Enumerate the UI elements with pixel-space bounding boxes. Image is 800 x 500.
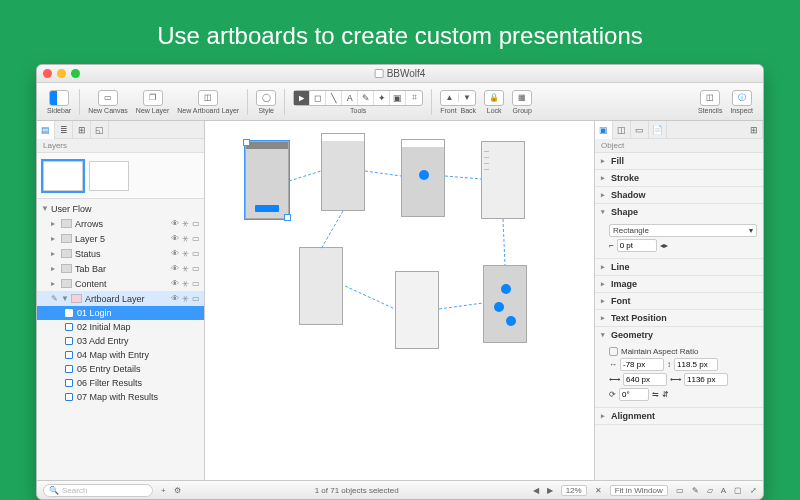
artboard-initial-map[interactable]	[321, 133, 365, 211]
style-button[interactable]: ◯ Style	[252, 90, 280, 114]
close-icon[interactable]	[43, 69, 52, 78]
artboard-item[interactable]: 03 Add Entry	[37, 334, 204, 348]
document-tab-icon[interactable]: 📄	[649, 121, 667, 139]
zoom-value[interactable]: 12%	[561, 485, 587, 496]
layer-row[interactable]: ▸Tab Bar👁⚹▭	[37, 261, 204, 276]
selection-tab-icon[interactable]: ◱	[91, 121, 109, 139]
shape-section[interactable]: ▾Shape	[595, 204, 763, 220]
fill-section[interactable]: ▸Fill	[595, 153, 763, 169]
h-icon: ⟷	[670, 375, 681, 384]
line-tool-icon[interactable]: ╲	[326, 91, 342, 105]
w-icon: ⟷	[609, 375, 620, 384]
artboard-filter-results[interactable]	[395, 271, 439, 349]
canvas[interactable]: ————	[205, 121, 595, 480]
stencils-button[interactable]: ◫ Stencils	[694, 90, 727, 114]
artboard-login[interactable]	[245, 141, 289, 219]
corner-radius-input[interactable]	[617, 239, 657, 252]
artboard-item[interactable]: 05 Entry Details	[37, 362, 204, 376]
layer-row[interactable]: ▸Content👁⚹▭	[37, 276, 204, 291]
canvas-thumb-2[interactable]	[89, 161, 129, 191]
search-field[interactable]: 🔍Search	[43, 484, 153, 497]
alignment-section[interactable]: ▸Alignment	[595, 408, 763, 424]
line-section[interactable]: ▸Line	[595, 259, 763, 275]
artboard-map-with-results[interactable]	[483, 265, 527, 343]
sidebar-toggle[interactable]: Sidebar	[43, 90, 75, 114]
font-section[interactable]: ▸Font	[595, 293, 763, 309]
layer-row[interactable]: ▸Status👁⚹▭	[37, 246, 204, 261]
artboard-layer-row[interactable]: ✎▼Artboard Layer👁⚹▭	[37, 291, 204, 306]
w-input[interactable]	[623, 373, 667, 386]
rotation-input[interactable]	[619, 388, 649, 401]
selection-tool-icon[interactable]: ►	[294, 91, 310, 105]
h-input[interactable]	[684, 373, 728, 386]
front-icon[interactable]: ▲	[441, 93, 459, 102]
artboard-item[interactable]: 07 Map with Results	[37, 390, 204, 404]
grid-view-icon[interactable]: ⊞	[745, 121, 763, 139]
layer-row[interactable]: ▸Arrows👁⚹▭	[37, 216, 204, 231]
back-icon[interactable]: ▼	[459, 93, 476, 102]
group-button[interactable]: ▦ Group	[508, 90, 536, 114]
pencil-icon: ✎	[51, 294, 58, 303]
text-tool-icon[interactable]: A	[342, 91, 358, 105]
edit-icon[interactable]: ✎	[692, 486, 699, 495]
shadow-section[interactable]: ▸Shadow	[595, 187, 763, 203]
add-icon[interactable]: +	[161, 486, 166, 495]
print-icon[interactable]: ▭	[192, 219, 200, 228]
canvas-preview[interactable]	[37, 153, 204, 199]
artboard-entry-details[interactable]	[299, 247, 343, 325]
inspector-header: Object	[595, 139, 763, 153]
image-section[interactable]: ▸Image	[595, 276, 763, 292]
front-back-buttons[interactable]: ▲▼ Front Back	[436, 90, 480, 114]
x-input[interactable]	[620, 358, 664, 371]
layers-tab-icon[interactable]: ▤	[37, 121, 55, 139]
gear-icon[interactable]: ⚙	[174, 486, 181, 495]
geometry-section[interactable]: ▾Geometry	[595, 327, 763, 343]
lock-button[interactable]: 🔒 Lock	[480, 90, 508, 114]
presentation-icon[interactable]: ▭	[676, 486, 684, 495]
new-artboard-layer-button[interactable]: ◫ New Artboard Layer	[173, 90, 243, 114]
shape-type-select[interactable]: Rectangle▾	[609, 224, 757, 237]
rotate-icon: ⟳	[609, 390, 616, 399]
text-position-section[interactable]: ▸Text Position	[595, 310, 763, 326]
ruler-icon[interactable]: ▱	[707, 486, 713, 495]
fit-menu[interactable]: Fit in Window	[610, 485, 668, 496]
visibility-icon[interactable]: 👁	[171, 219, 179, 228]
properties-tab-icon[interactable]: ◫	[613, 121, 631, 139]
minimize-icon[interactable]	[57, 69, 66, 78]
y-input[interactable]	[674, 358, 718, 371]
canvas-tab-icon[interactable]: ▭	[631, 121, 649, 139]
guides-tab-icon[interactable]: ⊞	[73, 121, 91, 139]
inspect-button[interactable]: ⓘ Inspect	[726, 90, 757, 114]
artboard-map-with-entry[interactable]: ————	[481, 141, 525, 219]
artboard-item[interactable]: 04 Map with Entry	[37, 348, 204, 362]
point-tool-icon[interactable]: ✦	[374, 91, 390, 105]
artboard-item[interactable]: 02 Initial Map	[37, 320, 204, 334]
stroke-section[interactable]: ▸Stroke	[595, 170, 763, 186]
artboard-add-entry[interactable]	[401, 139, 445, 217]
outline-tab-icon[interactable]: ≣	[55, 121, 73, 139]
text-icon[interactable]: A	[721, 486, 726, 495]
layer-tree: ▼User Flow ▸Arrows👁⚹▭ ▸Layer 5👁⚹▭ ▸Statu…	[37, 199, 204, 406]
shape-tool-icon[interactable]: ◻	[310, 91, 326, 105]
flip-v-icon[interactable]: ⇵	[662, 390, 669, 399]
tools-cluster[interactable]: ► ◻ ╲ A ✎ ✦ ▣ ⌗ Tools	[289, 90, 427, 114]
flip-h-icon[interactable]: ⇋	[652, 390, 659, 399]
layer-row[interactable]: ▸Layer 5👁⚹▭	[37, 231, 204, 246]
expand-icon[interactable]: ⤢	[750, 486, 757, 495]
lock-icon[interactable]: ⚹	[182, 219, 189, 229]
new-layer-button[interactable]: ❐ New Layer	[132, 90, 173, 114]
next-icon[interactable]: ▶	[547, 486, 553, 495]
stamp-tool-icon[interactable]: ⌗	[406, 91, 422, 105]
artboard-item[interactable]: 06 Filter Results	[37, 376, 204, 390]
prev-icon[interactable]: ◀	[533, 486, 539, 495]
pen-tool-icon[interactable]: ✎	[358, 91, 374, 105]
canvas-thumb-1[interactable]	[43, 161, 83, 191]
crop-tool-icon[interactable]: ▣	[390, 91, 406, 105]
bounds-icon[interactable]: ▢	[734, 486, 742, 495]
canvas-row[interactable]: ▼User Flow	[37, 201, 204, 216]
object-tab-icon[interactable]: ▣	[595, 121, 613, 139]
aspect-ratio-checkbox[interactable]	[609, 347, 618, 356]
new-canvas-button[interactable]: ▭ New Canvas	[84, 90, 132, 114]
zoom-icon[interactable]	[71, 69, 80, 78]
artboard-item[interactable]: 01 Login	[37, 306, 204, 320]
